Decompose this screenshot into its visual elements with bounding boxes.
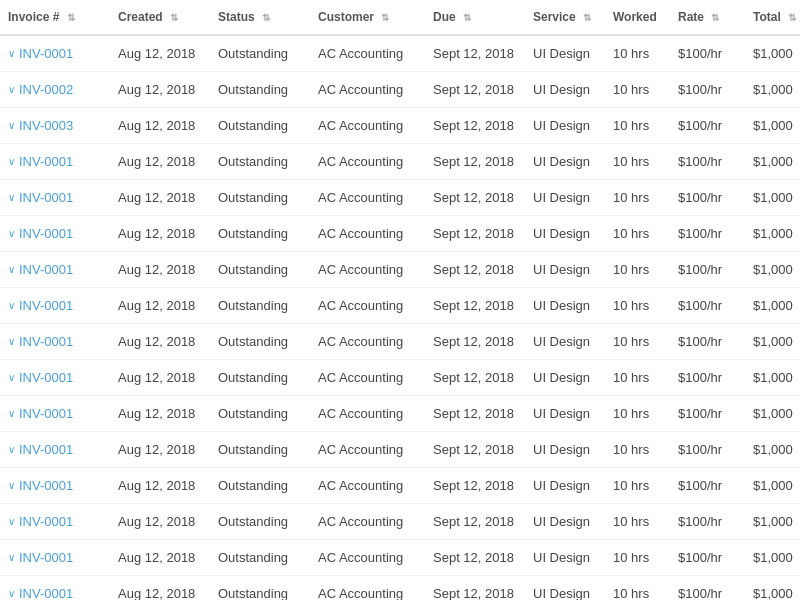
cell-invoice[interactable]: ∨ INV-0001 <box>0 360 110 396</box>
table-row: ∨ INV-0001 Aug 12, 2018 Outstanding AC A… <box>0 360 800 396</box>
cell-invoice[interactable]: ∨ INV-0001 <box>0 576 110 601</box>
cell-status: Outstanding <box>210 468 310 504</box>
cell-due: Sept 12, 2018 <box>425 108 525 144</box>
cell-invoice[interactable]: ∨ INV-0001 <box>0 35 110 72</box>
cell-rate: $100/hr <box>670 360 745 396</box>
table-row: ∨ INV-0001 Aug 12, 2018 Outstanding AC A… <box>0 252 800 288</box>
col-header-worked: Worked <box>605 0 670 35</box>
invoice-link[interactable]: ∨ INV-0001 <box>8 370 102 385</box>
cell-invoice[interactable]: ∨ INV-0001 <box>0 144 110 180</box>
cell-due: Sept 12, 2018 <box>425 324 525 360</box>
cell-invoice[interactable]: ∨ INV-0001 <box>0 324 110 360</box>
col-header-due[interactable]: Due ⇅ <box>425 0 525 35</box>
cell-worked: 10 hrs <box>605 360 670 396</box>
cell-created: Aug 12, 2018 <box>110 35 210 72</box>
cell-status: Outstanding <box>210 108 310 144</box>
col-header-customer[interactable]: Customer ⇅ <box>310 0 425 35</box>
cell-service: UI Design <box>525 216 605 252</box>
cell-customer: AC Accounting <box>310 576 425 601</box>
cell-total: $1,000 <box>745 180 800 216</box>
invoice-link[interactable]: ∨ INV-0002 <box>8 82 102 97</box>
invoice-table-container[interactable]: Invoice # ⇅ Created ⇅ Status ⇅ Customer … <box>0 0 800 600</box>
cell-service: UI Design <box>525 108 605 144</box>
cell-customer: AC Accounting <box>310 144 425 180</box>
cell-due: Sept 12, 2018 <box>425 396 525 432</box>
cell-worked: 10 hrs <box>605 540 670 576</box>
cell-worked: 10 hrs <box>605 288 670 324</box>
cell-status: Outstanding <box>210 72 310 108</box>
cell-invoice[interactable]: ∨ INV-0001 <box>0 504 110 540</box>
cell-created: Aug 12, 2018 <box>110 144 210 180</box>
cell-rate: $100/hr <box>670 432 745 468</box>
cell-worked: 10 hrs <box>605 396 670 432</box>
col-header-service[interactable]: Service ⇅ <box>525 0 605 35</box>
cell-customer: AC Accounting <box>310 35 425 72</box>
cell-worked: 10 hrs <box>605 35 670 72</box>
col-header-status[interactable]: Status ⇅ <box>210 0 310 35</box>
table-row: ∨ INV-0001 Aug 12, 2018 Outstanding AC A… <box>0 396 800 432</box>
cell-service: UI Design <box>525 144 605 180</box>
table-row: ∨ INV-0001 Aug 12, 2018 Outstanding AC A… <box>0 504 800 540</box>
cell-invoice[interactable]: ∨ INV-0001 <box>0 288 110 324</box>
cell-rate: $100/hr <box>670 396 745 432</box>
cell-customer: AC Accounting <box>310 540 425 576</box>
cell-service: UI Design <box>525 180 605 216</box>
invoice-link[interactable]: ∨ INV-0001 <box>8 442 102 457</box>
cell-service: UI Design <box>525 504 605 540</box>
cell-due: Sept 12, 2018 <box>425 72 525 108</box>
table-row: ∨ INV-0001 Aug 12, 2018 Outstanding AC A… <box>0 576 800 601</box>
cell-rate: $100/hr <box>670 72 745 108</box>
invoice-link[interactable]: ∨ INV-0001 <box>8 406 102 421</box>
cell-customer: AC Accounting <box>310 432 425 468</box>
cell-invoice[interactable]: ∨ INV-0002 <box>0 72 110 108</box>
table-row: ∨ INV-0001 Aug 12, 2018 Outstanding AC A… <box>0 288 800 324</box>
chevron-icon: ∨ <box>8 84 15 95</box>
col-header-invoice[interactable]: Invoice # ⇅ <box>0 0 110 35</box>
col-header-created[interactable]: Created ⇅ <box>110 0 210 35</box>
col-header-total[interactable]: Total ⇅ <box>745 0 800 35</box>
invoice-table: Invoice # ⇅ Created ⇅ Status ⇅ Customer … <box>0 0 800 600</box>
cell-due: Sept 12, 2018 <box>425 288 525 324</box>
cell-created: Aug 12, 2018 <box>110 288 210 324</box>
col-header-rate[interactable]: Rate ⇅ <box>670 0 745 35</box>
invoice-link[interactable]: ∨ INV-0001 <box>8 190 102 205</box>
cell-created: Aug 12, 2018 <box>110 432 210 468</box>
cell-due: Sept 12, 2018 <box>425 180 525 216</box>
chevron-icon: ∨ <box>8 408 15 419</box>
cell-rate: $100/hr <box>670 504 745 540</box>
invoice-link[interactable]: ∨ INV-0001 <box>8 514 102 529</box>
cell-rate: $100/hr <box>670 180 745 216</box>
cell-total: $1,000 <box>745 504 800 540</box>
cell-total: $1,000 <box>745 324 800 360</box>
cell-invoice[interactable]: ∨ INV-0001 <box>0 396 110 432</box>
table-row: ∨ INV-0001 Aug 12, 2018 Outstanding AC A… <box>0 324 800 360</box>
invoice-link[interactable]: ∨ INV-0001 <box>8 262 102 277</box>
invoice-link[interactable]: ∨ INV-0003 <box>8 118 102 133</box>
table-row: ∨ INV-0001 Aug 12, 2018 Outstanding AC A… <box>0 35 800 72</box>
cell-invoice[interactable]: ∨ INV-0001 <box>0 252 110 288</box>
cell-rate: $100/hr <box>670 35 745 72</box>
invoice-link[interactable]: ∨ INV-0001 <box>8 226 102 241</box>
cell-due: Sept 12, 2018 <box>425 504 525 540</box>
invoice-link[interactable]: ∨ INV-0001 <box>8 586 102 600</box>
cell-invoice[interactable]: ∨ INV-0001 <box>0 432 110 468</box>
cell-invoice[interactable]: ∨ INV-0001 <box>0 216 110 252</box>
cell-invoice[interactable]: ∨ INV-0001 <box>0 540 110 576</box>
cell-invoice[interactable]: ∨ INV-0001 <box>0 180 110 216</box>
cell-service: UI Design <box>525 288 605 324</box>
cell-created: Aug 12, 2018 <box>110 72 210 108</box>
cell-invoice[interactable]: ∨ INV-0001 <box>0 468 110 504</box>
sort-icon-customer: ⇅ <box>381 12 389 23</box>
cell-created: Aug 12, 2018 <box>110 504 210 540</box>
cell-rate: $100/hr <box>670 288 745 324</box>
invoice-link[interactable]: ∨ INV-0001 <box>8 478 102 493</box>
cell-total: $1,000 <box>745 360 800 396</box>
invoice-link[interactable]: ∨ INV-0001 <box>8 46 102 61</box>
cell-worked: 10 hrs <box>605 504 670 540</box>
invoice-link[interactable]: ∨ INV-0001 <box>8 154 102 169</box>
invoice-link[interactable]: ∨ INV-0001 <box>8 550 102 565</box>
invoice-link[interactable]: ∨ INV-0001 <box>8 298 102 313</box>
cell-created: Aug 12, 2018 <box>110 540 210 576</box>
invoice-link[interactable]: ∨ INV-0001 <box>8 334 102 349</box>
cell-invoice[interactable]: ∨ INV-0003 <box>0 108 110 144</box>
